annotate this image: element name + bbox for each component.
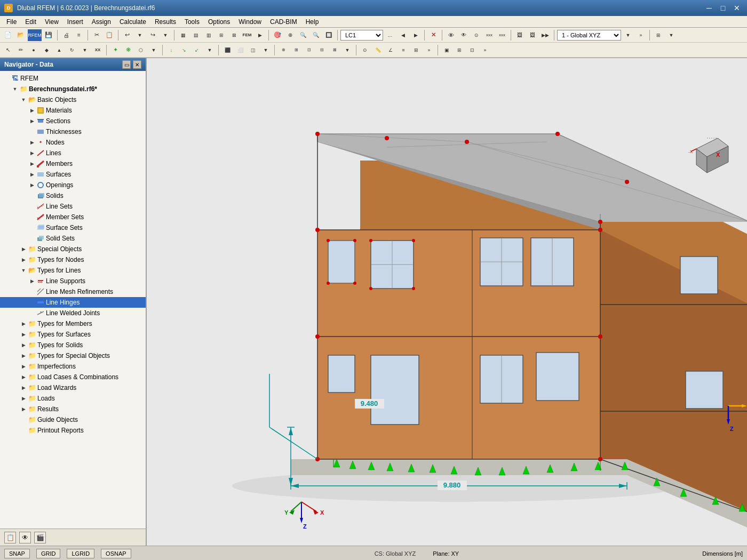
- tb2-text4[interactable]: ⊟: [316, 44, 328, 56]
- types-surfaces-toggle[interactable]: ▶: [19, 330, 28, 339]
- nav-display-button[interactable]: 👁: [19, 532, 31, 543]
- tb-open[interactable]: 📂: [15, 29, 27, 41]
- tb-xxx2[interactable]: xxx: [496, 29, 508, 41]
- tb2-check2[interactable]: ⊞: [454, 44, 465, 56]
- tb-lc-dots[interactable]: …: [384, 29, 396, 41]
- tree-item-basic-objects[interactable]: ▼ 📂 Basic Objects: [0, 94, 146, 105]
- tb-view1[interactable]: 🔲: [323, 29, 335, 41]
- tb2-xx[interactable]: XX: [92, 44, 104, 56]
- menu-cad-bim[interactable]: CAD-BIM: [266, 17, 301, 27]
- maximize-button[interactable]: □: [717, 3, 729, 13]
- tree-item-surfaces[interactable]: ▶ Surfaces: [0, 169, 146, 180]
- tb-grid[interactable]: ▦: [177, 29, 189, 41]
- basic-objects-toggle[interactable]: ▼: [19, 95, 28, 104]
- menu-insert[interactable]: Insert: [63, 17, 88, 27]
- tb2-arrow4[interactable]: ▼: [260, 44, 272, 56]
- tb2-text3[interactable]: ⊡: [303, 44, 315, 56]
- tree-item-guide-objects[interactable]: 📁 Guide Objects: [0, 414, 146, 425]
- types-solids-toggle[interactable]: ▶: [19, 341, 28, 349]
- tb2-shape2[interactable]: ▲: [53, 44, 65, 56]
- window-controls[interactable]: ─ □ ✕: [703, 3, 743, 13]
- solids-toggle[interactable]: [28, 191, 36, 200]
- tb-calc2[interactable]: ⊠: [228, 29, 240, 41]
- tree-item-load-wizards[interactable]: ▶ 📁 Load Wizards: [0, 382, 146, 393]
- tb2-angle[interactable]: ∠: [385, 44, 396, 56]
- tb-save[interactable]: 💾: [43, 29, 54, 41]
- types-special-toggle[interactable]: ▶: [19, 351, 28, 360]
- tree-item-line-sets[interactable]: Line Sets: [0, 201, 146, 212]
- tb-table2[interactable]: ▥: [203, 29, 214, 41]
- openings-toggle[interactable]: ▶: [28, 181, 36, 189]
- tb-x[interactable]: ✕: [427, 29, 439, 41]
- line-mesh-toggle[interactable]: [28, 287, 36, 296]
- tb2-more[interactable]: »: [423, 44, 435, 56]
- tb-calc1[interactable]: ⊞: [216, 29, 227, 41]
- sections-toggle[interactable]: ▶: [28, 117, 36, 125]
- tb-cut[interactable]: ✂: [91, 29, 102, 41]
- tree-item-loads[interactable]: ▶ 📁 Loads: [0, 393, 146, 404]
- tb2-more2[interactable]: »: [479, 44, 491, 56]
- menu-window[interactable]: Window: [234, 17, 266, 27]
- tb2-surf2[interactable]: ⬜: [234, 44, 246, 56]
- line-supports-toggle[interactable]: ▶: [28, 277, 36, 285]
- tb2-shape1[interactable]: ◆: [41, 44, 52, 56]
- loads-toggle[interactable]: ▶: [19, 394, 28, 403]
- tree-item-types-members[interactable]: ▶ 📁 Types for Members: [0, 318, 146, 329]
- printout-toggle[interactable]: [19, 426, 28, 435]
- tb-eye[interactable]: 👁: [445, 29, 457, 41]
- tree-item-types-nodes[interactable]: ▶ 📁 Types for Nodes: [0, 254, 146, 265]
- tree-item-line-mesh[interactable]: Line Mesh Refinements: [0, 286, 146, 297]
- special-objects-toggle[interactable]: ▶: [19, 245, 28, 253]
- tree-item-imperfections[interactable]: ▶ 📁 Imperfections: [0, 361, 146, 372]
- tree-item-results[interactable]: ▶ 📁 Results: [0, 404, 146, 414]
- tree-item-nodes[interactable]: ▶ • Nodes: [0, 137, 146, 148]
- tb2-table[interactable]: ⊞: [410, 44, 422, 56]
- navigator-controls[interactable]: ▭ ✕: [122, 60, 141, 69]
- types-lines-toggle[interactable]: ▼: [19, 266, 28, 275]
- load-cases-toggle[interactable]: ▶: [19, 373, 28, 381]
- surfaces-toggle[interactable]: ▶: [28, 170, 36, 179]
- lines-toggle[interactable]: ▶: [28, 149, 36, 157]
- tb-prev[interactable]: ◀: [397, 29, 409, 41]
- osnap-button[interactable]: OSNAP: [101, 549, 131, 558]
- lgrid-button[interactable]: LGRID: [67, 549, 94, 558]
- tb2-load1[interactable]: ↓: [165, 44, 177, 56]
- orientation-cube[interactable]: X -X: [688, 133, 736, 181]
- tb-tables[interactable]: ▤: [190, 29, 202, 41]
- solid-sets-toggle[interactable]: [28, 234, 36, 243]
- tree-item-surface-sets[interactable]: Surface Sets: [0, 222, 146, 233]
- viewport[interactable]: 9.880 9.480 Z X: [147, 58, 747, 546]
- tb2-calc3[interactable]: ≡: [398, 44, 409, 56]
- tb-redo-arrow[interactable]: ▼: [160, 29, 171, 41]
- tree-item-line-welded[interactable]: Line Welded Joints: [0, 308, 146, 318]
- members-toggle[interactable]: ▶: [28, 159, 36, 168]
- tree-item-openings[interactable]: ▶ Openings: [0, 180, 146, 190]
- tb-rfem[interactable]: RFEM: [28, 29, 42, 41]
- nav-close-button[interactable]: ✕: [133, 60, 141, 69]
- tb-zoom-in[interactable]: 🔍: [297, 29, 309, 41]
- tb-xyz-more[interactable]: »: [635, 29, 647, 41]
- tree-item-types-lines[interactable]: ▼ 📂 Types for Lines: [0, 265, 146, 276]
- menu-view[interactable]: View: [41, 17, 63, 27]
- tb-redo[interactable]: ↪: [147, 29, 158, 41]
- tb2-arrow[interactable]: ↖: [2, 44, 14, 56]
- tb-run[interactable]: ▶: [254, 29, 266, 41]
- snap-button[interactable]: SNAP: [4, 549, 30, 558]
- tb-zoom-out[interactable]: 🔍: [310, 29, 322, 41]
- tb-xyz-arrow[interactable]: ▼: [622, 29, 634, 41]
- tb2-calc4[interactable]: ⊡: [466, 44, 478, 56]
- tree-item-printout[interactable]: 📁 Printout Reports: [0, 425, 146, 436]
- tb2-load3[interactable]: ↙: [191, 44, 203, 56]
- tb2-check[interactable]: ▣: [441, 44, 452, 56]
- tb-fem[interactable]: FEM: [241, 29, 253, 41]
- menu-results[interactable]: Results: [150, 17, 180, 27]
- tree-item-special-objects[interactable]: ▶ 📁 Special Objects: [0, 244, 146, 254]
- tb-undo[interactable]: ↩: [121, 29, 133, 41]
- tree-item-lines[interactable]: ▶ Lines: [0, 148, 146, 158]
- tree-item-rfem[interactable]: 🏗 RFEM: [0, 73, 146, 84]
- imperfections-toggle[interactable]: ▶: [19, 362, 28, 371]
- line-hinges-toggle[interactable]: [28, 298, 36, 307]
- tb2-arrow3[interactable]: ▼: [204, 44, 216, 56]
- tree-item-types-solids[interactable]: ▶ 📁 Types for Solids: [0, 340, 146, 350]
- menu-tools[interactable]: Tools: [180, 17, 204, 27]
